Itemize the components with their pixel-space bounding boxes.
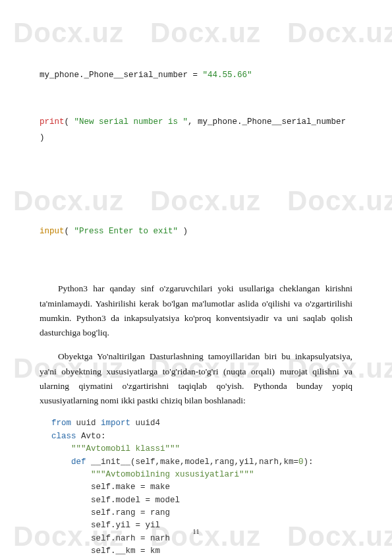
code-line: def __init__(self,make,model,rang,yil,na… [51, 456, 352, 469]
code-line: """Avtomobil klassi""" [51, 443, 352, 455]
code-line: self.narh = narh [51, 533, 352, 545]
code-line: class Avto: [51, 430, 352, 443]
paragraph-1: Python3 har qanday sinf o'zgaruvchilari … [40, 281, 352, 340]
code-block-1: my_phone._Phone__serial_number = "44.55.… [40, 36, 352, 271]
code-line: self.__km = km [51, 545, 352, 555]
page-content: my_phone._Phone__serial_number = "44.55.… [0, 0, 392, 555]
code-line: input( "Press Enter to exit" ) [40, 224, 352, 240]
code-line: self.make = make [51, 481, 352, 494]
code-line: from uuid import uuid4 [51, 417, 352, 430]
code-line: print( "New serial number is ", my_phone… [40, 115, 352, 146]
code-line: """Avtomobilning xususiyatlari""" [51, 469, 352, 481]
code-line: self.rang = rang [51, 507, 352, 519]
code-line: self.model = model [51, 494, 352, 507]
code-line [40, 177, 352, 193]
code-line: self.yil = yil [51, 519, 352, 532]
paragraph-2: Obyektga Yo'naltirilgan Dasturlashning t… [40, 349, 352, 408]
code-block-2: from uuid import uuid4 class Avto: """Av… [51, 417, 352, 555]
code-line: my_phone._Phone__serial_number = "44.55.… [40, 68, 352, 84]
